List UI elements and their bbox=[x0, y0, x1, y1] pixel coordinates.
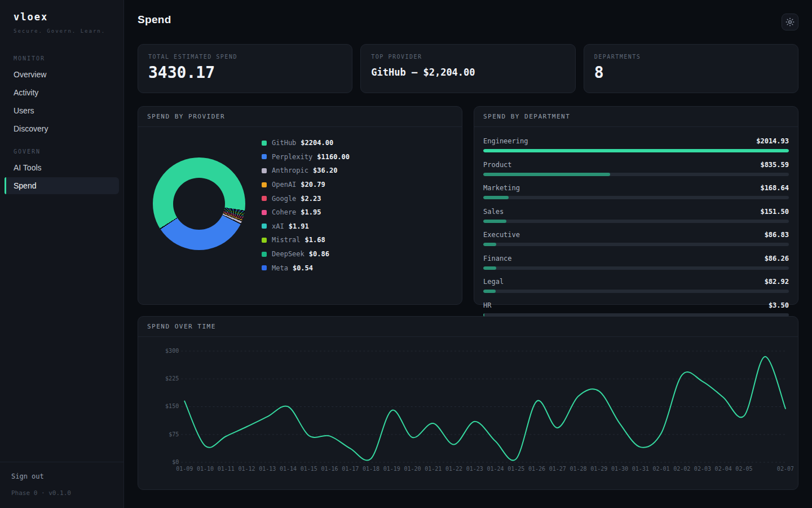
department-row-executive: Executive$86.83 bbox=[483, 231, 789, 246]
department-value: $151.50 bbox=[760, 208, 789, 216]
department-name: Executive bbox=[483, 231, 520, 239]
sidebar-footer: Sign out Phase 0 · v0.1.0 bbox=[0, 462, 123, 508]
x-axis-tick-label: 01-28 bbox=[570, 466, 586, 472]
department-bar-fill bbox=[483, 173, 610, 176]
x-axis-tick-label: 02-05 bbox=[735, 466, 752, 472]
legend-item-openai[interactable]: OpenAI$20.79 bbox=[262, 178, 350, 192]
x-axis-tick-label: 01-09 bbox=[176, 466, 193, 472]
provider-legend: GitHub$2204.00Perplexity$1160.00Anthropi… bbox=[262, 136, 350, 275]
x-axis-tick-label: 01-10 bbox=[197, 466, 214, 472]
legend-value: $20.79 bbox=[301, 181, 325, 189]
spend-by-provider-card: SPEND BY PROVIDER GitHub$2204.00Perplexi… bbox=[138, 106, 462, 305]
legend-swatch bbox=[262, 224, 267, 229]
department-bar-fill bbox=[483, 243, 496, 246]
legend-label: Cohere bbox=[272, 208, 296, 216]
legend-value: $1.91 bbox=[289, 222, 309, 230]
sidebar-item-ai-tools[interactable]: AI Tools bbox=[5, 159, 119, 176]
stat-label: TOTAL ESTIMATED SPEND bbox=[148, 54, 342, 60]
department-value: $168.64 bbox=[760, 184, 789, 192]
spend-over-time-line-chart[interactable]: $0$75$150$225$30001-0901-1001-1101-1201-… bbox=[143, 339, 793, 481]
department-row-sales: Sales$151.50 bbox=[483, 208, 789, 223]
legend-label: GitHub bbox=[272, 139, 296, 147]
x-axis-tick-label: 01-25 bbox=[508, 466, 524, 472]
sidebar: vloex Secure. Govern. Learn. MONITOROver… bbox=[0, 0, 124, 508]
legend-value: $0.86 bbox=[309, 250, 329, 258]
legend-swatch bbox=[262, 238, 267, 243]
department-value: $835.59 bbox=[760, 161, 789, 169]
x-axis-tick-label: 01-11 bbox=[218, 466, 235, 472]
nav-section-label-monitor: MONITOR bbox=[14, 55, 119, 62]
spend-by-department-card: SPEND BY DEPARTMENT Engineering$2014.93P… bbox=[474, 106, 798, 305]
sidebar-item-discovery[interactable]: Discovery bbox=[5, 120, 119, 137]
legend-label: Anthropic bbox=[272, 167, 308, 174]
department-name: Legal bbox=[483, 278, 504, 286]
x-axis-tick-label: 01-16 bbox=[321, 466, 338, 472]
legend-item-mistral[interactable]: Mistral$1.68 bbox=[262, 233, 350, 247]
legend-swatch bbox=[262, 154, 267, 159]
x-axis-tick-label: 01-19 bbox=[383, 466, 400, 472]
stat-card-departments: DEPARTMENTS 8 bbox=[584, 44, 798, 93]
provider-donut-chart[interactable] bbox=[153, 157, 245, 250]
legend-swatch bbox=[262, 196, 267, 201]
x-axis-tick-label: 01-17 bbox=[342, 466, 359, 472]
department-row-product: Product$835.59 bbox=[483, 161, 789, 176]
department-bar-list: Engineering$2014.93Product$835.59Marketi… bbox=[474, 127, 798, 325]
department-row-hr: HR$3.50 bbox=[483, 301, 789, 317]
department-bar-track bbox=[483, 266, 789, 270]
legend-item-cohere[interactable]: Cohere$1.95 bbox=[262, 205, 350, 220]
department-row-legal: Legal$82.92 bbox=[483, 278, 789, 293]
legend-label: DeepSeek bbox=[272, 250, 304, 258]
sidebar-item-spend[interactable]: Spend bbox=[5, 177, 119, 194]
department-bar-fill bbox=[483, 149, 789, 152]
x-axis-tick-label: 01-31 bbox=[632, 466, 649, 472]
stat-card-total-spend: TOTAL ESTIMATED SPEND 3430.17 bbox=[138, 44, 352, 93]
y-axis-tick-label: $150 bbox=[165, 404, 179, 410]
sidebar-item-activity[interactable]: Activity bbox=[5, 84, 119, 101]
department-name: Engineering bbox=[483, 137, 528, 145]
legend-item-meta[interactable]: Meta$0.54 bbox=[262, 261, 350, 275]
sidebar-nav: MONITOROverviewActivityUsersDiscoveryGOV… bbox=[0, 40, 123, 462]
department-value: $82.92 bbox=[765, 278, 789, 286]
spend-by-provider-title: SPEND BY PROVIDER bbox=[138, 107, 462, 127]
department-name: HR bbox=[483, 301, 491, 309]
x-axis-tick-label: 02-07 bbox=[777, 466, 793, 472]
stat-label: DEPARTMENTS bbox=[594, 54, 788, 60]
page-title: Spend bbox=[138, 14, 171, 26]
x-axis-tick-label: 01-13 bbox=[259, 466, 276, 472]
legend-label: xAI bbox=[272, 222, 284, 230]
x-axis-tick-label: 01-18 bbox=[363, 466, 379, 472]
legend-value: $1.68 bbox=[305, 236, 325, 244]
legend-label: Meta bbox=[272, 264, 288, 272]
department-name: Marketing bbox=[483, 184, 520, 192]
legend-item-google[interactable]: Google$2.23 bbox=[262, 191, 350, 205]
legend-item-perplexity[interactable]: Perplexity$1160.00 bbox=[262, 150, 350, 164]
department-bar-fill bbox=[483, 196, 509, 199]
spend-by-department-title: SPEND BY DEPARTMENT bbox=[474, 107, 798, 127]
legend-item-github[interactable]: GitHub$2204.00 bbox=[262, 136, 350, 150]
legend-item-deepseek[interactable]: DeepSeek$0.86 bbox=[262, 247, 350, 261]
y-axis-tick-label: $225 bbox=[165, 375, 179, 382]
settings-button[interactable] bbox=[782, 14, 798, 30]
sidebar-item-overview[interactable]: Overview bbox=[5, 66, 119, 83]
legend-item-xai[interactable]: xAI$1.91 bbox=[262, 220, 350, 234]
x-axis-tick-label: 01-20 bbox=[404, 466, 421, 472]
x-axis-tick-label: 02-01 bbox=[652, 466, 669, 472]
department-row-engineering: Engineering$2014.93 bbox=[483, 137, 789, 152]
x-axis-tick-label: 02-04 bbox=[715, 466, 732, 472]
department-name: Product bbox=[483, 161, 512, 169]
sidebar-item-users[interactable]: Users bbox=[5, 102, 119, 119]
legend-item-anthropic[interactable]: Anthropic$36.20 bbox=[262, 164, 350, 178]
donut-hole bbox=[173, 178, 225, 230]
legend-label: Google bbox=[272, 195, 296, 203]
y-axis-tick-label: $300 bbox=[165, 348, 179, 354]
department-bar-track bbox=[483, 243, 789, 246]
department-value: $86.83 bbox=[765, 231, 789, 239]
legend-swatch bbox=[262, 252, 267, 257]
legend-label: Mistral bbox=[272, 236, 301, 244]
department-name: Sales bbox=[483, 208, 504, 216]
legend-swatch bbox=[262, 265, 267, 270]
stat-label: TOP PROVIDER bbox=[371, 54, 564, 60]
legend-label: Perplexity bbox=[272, 153, 312, 161]
app-version: Phase 0 · v0.1.0 bbox=[11, 489, 112, 497]
sign-out-button[interactable]: Sign out bbox=[11, 472, 112, 480]
